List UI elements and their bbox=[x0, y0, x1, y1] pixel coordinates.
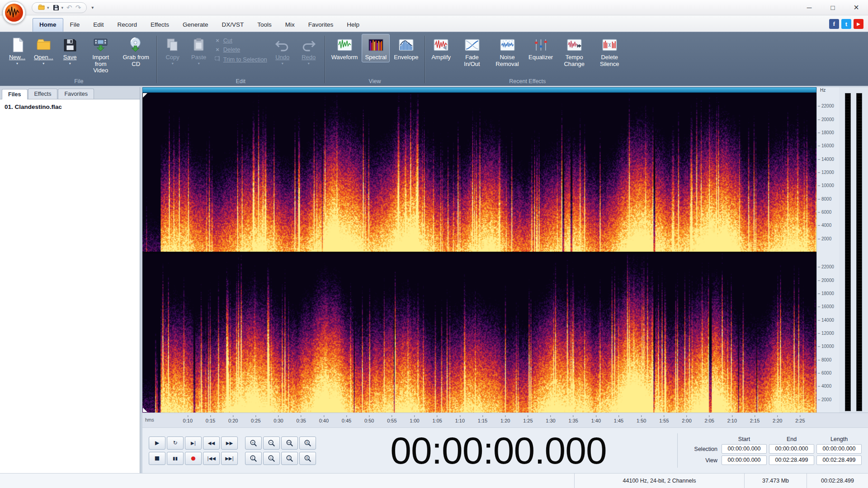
transport-row2: ■▮▮●|◀◀▶▶| bbox=[149, 452, 238, 465]
noise-removal-icon bbox=[499, 37, 516, 53]
right-channel bbox=[142, 253, 816, 413]
go-to-end-button[interactable]: ▶▶| bbox=[221, 452, 238, 465]
svg-text:100: 100 bbox=[287, 441, 291, 443]
play-button[interactable]: ▶ bbox=[149, 436, 165, 450]
twitter-icon[interactable]: t bbox=[841, 19, 851, 29]
go-to-start-button[interactable]: |◀◀ bbox=[203, 452, 220, 465]
tempo-change-button[interactable]: Tempo Change bbox=[557, 34, 591, 69]
menu-tab-tools[interactable]: Tools bbox=[250, 18, 278, 32]
undo-icon[interactable]: ↶ bbox=[66, 4, 72, 11]
quick-access-toolbar: ▾ ▾ ↶ ↷ bbox=[32, 2, 87, 13]
customize-toolbar-button[interactable]: ▾ bbox=[91, 5, 94, 10]
timeline-tick: 1:20 bbox=[500, 415, 510, 423]
undo-button[interactable]: Undo ▾ bbox=[270, 34, 295, 67]
zoom-vertical-in-button[interactable]: ⇕ bbox=[299, 436, 316, 450]
position-row-label-view: View bbox=[685, 457, 719, 464]
save-icon[interactable] bbox=[52, 4, 60, 11]
play-to-end-button[interactable]: ▶| bbox=[185, 436, 202, 450]
trim-to-selection-button[interactable]: Trim to Selection bbox=[212, 55, 269, 64]
zoom-full-button[interactable]: ∙ bbox=[263, 452, 280, 465]
minimize-button[interactable]: ─ bbox=[797, 0, 821, 15]
frequency-scale: 2200020000180001600014000120001000080006… bbox=[817, 93, 839, 252]
dropdown-arrow-icon: ▾ bbox=[282, 61, 283, 66]
selection-start-marker[interactable] bbox=[143, 93, 147, 98]
menu-tab-file[interactable]: File bbox=[63, 18, 87, 32]
ribbon-divider bbox=[425, 36, 425, 83]
view-end-value[interactable]: 00:02:28.499 bbox=[769, 455, 814, 465]
selection-length-value[interactable]: 00:00:00.000 bbox=[816, 444, 862, 454]
ribbon-group-label: Recent Effects bbox=[426, 78, 628, 84]
timeline-ruler[interactable]: hms 0:100:150:200:250:300:350:400:450:50… bbox=[142, 413, 868, 427]
pause-button[interactable]: ▮▮ bbox=[167, 452, 184, 465]
waveform-view-button[interactable]: Waveform bbox=[328, 34, 361, 62]
view-length-value[interactable]: 00:02:28.499 bbox=[816, 455, 862, 465]
spectral-view-button[interactable]: Spectral bbox=[362, 34, 390, 62]
sidebar-tab-effects[interactable]: Effects bbox=[28, 89, 58, 99]
envelope-view-button[interactable]: Envelope bbox=[391, 34, 421, 62]
close-button[interactable]: × bbox=[844, 0, 868, 15]
record-button[interactable]: ● bbox=[185, 452, 202, 465]
menu-tab-effects[interactable]: Effects bbox=[144, 18, 176, 32]
menu-tab-help[interactable]: Help bbox=[340, 18, 366, 32]
zoom-row2: [∙]⇕ bbox=[245, 452, 316, 465]
open-file-icon[interactable] bbox=[38, 4, 45, 11]
redo-button[interactable]: Redo ▾ bbox=[296, 34, 321, 67]
spectrogram-right-channel[interactable] bbox=[142, 253, 816, 413]
menu-tab-favorites[interactable]: Favorites bbox=[302, 18, 340, 32]
menu-tab-edit[interactable]: Edit bbox=[86, 18, 110, 32]
cut-button[interactable]: × Cut bbox=[212, 37, 269, 44]
youtube-icon[interactable]: ▶ bbox=[854, 19, 863, 29]
menu-tab-generate[interactable]: Generate bbox=[176, 18, 215, 32]
menu-tab-record[interactable]: Record bbox=[111, 18, 144, 32]
paste-button[interactable]: Paste ▾ bbox=[186, 34, 212, 67]
zoom-100-button[interactable]: 100 bbox=[281, 436, 298, 450]
copy-button[interactable]: Copy ▾ bbox=[160, 34, 185, 67]
grab-from-cd-button[interactable]: Grab from CD bbox=[119, 34, 153, 69]
zoom-vertical-out-button[interactable]: ⇕ bbox=[299, 452, 316, 465]
dropdown-arrow-icon: ▾ bbox=[172, 61, 174, 66]
import-from-video-button[interactable]: Import from Video bbox=[84, 34, 118, 75]
sidebar-tab-files[interactable]: Files bbox=[2, 89, 28, 99]
view-start-value[interactable]: 00:00:00.000 bbox=[722, 455, 767, 465]
redo-icon[interactable]: ↷ bbox=[75, 4, 81, 11]
maximize-button[interactable]: □ bbox=[821, 0, 844, 15]
zoom-in-button[interactable]: + bbox=[245, 436, 262, 450]
zoom-out-button[interactable]: − bbox=[263, 436, 280, 450]
zoom-selection-end-button[interactable]: ] bbox=[281, 452, 298, 465]
redo-arrow-icon bbox=[300, 37, 317, 53]
amplify-button[interactable]: Amplify bbox=[428, 34, 454, 62]
menu-tab-dx-vst[interactable]: DX/VST bbox=[215, 18, 250, 32]
selection-end-value[interactable]: 00:00:00.000 bbox=[769, 444, 814, 454]
timeline-tick: 2:25 bbox=[795, 415, 805, 423]
zoom-selection-start-button[interactable]: [ bbox=[245, 452, 262, 465]
sidebar-tab-favorites[interactable]: Favorites bbox=[58, 89, 94, 99]
horizontal-scrollbar[interactable] bbox=[142, 87, 816, 93]
timeline-tick: 1:05 bbox=[432, 415, 442, 423]
open-button[interactable]: Open... ▾ bbox=[31, 34, 57, 67]
file-list-item[interactable]: 01. Clandestino.flac bbox=[5, 103, 135, 111]
noise-removal-button[interactable]: Noise Removal bbox=[490, 34, 524, 69]
stop-button[interactable]: ■ bbox=[149, 452, 165, 465]
fast-forward-button[interactable]: ▶▶ bbox=[221, 436, 238, 450]
timeline-tick: 0:50 bbox=[364, 415, 374, 423]
loop-button[interactable]: ↻ bbox=[167, 436, 184, 450]
rewind-button[interactable]: ◀◀ bbox=[203, 436, 220, 450]
delete-button[interactable]: × Delete bbox=[212, 46, 269, 53]
menu-tab-mix[interactable]: Mix bbox=[278, 18, 302, 32]
facebook-icon[interactable]: f bbox=[829, 19, 839, 29]
delete-silence-button[interactable]: Delete Silence bbox=[592, 34, 627, 69]
timeline-tick: 0:10 bbox=[183, 415, 193, 423]
spectrogram-left-channel[interactable] bbox=[142, 93, 816, 252]
save-button[interactable]: Save ▾ bbox=[57, 34, 83, 67]
social-links: f t ▶ bbox=[829, 19, 863, 29]
open-folder-icon bbox=[35, 37, 52, 53]
new-button[interactable]: New... ▾ bbox=[5, 34, 30, 67]
menu-tab-home[interactable]: Home bbox=[33, 18, 63, 32]
svg-text:−: − bbox=[269, 440, 272, 444]
selection-start-value[interactable]: 00:00:00.000 bbox=[722, 444, 767, 454]
equalizer-button[interactable]: Equalizer bbox=[525, 34, 556, 62]
selection-end-marker[interactable] bbox=[143, 408, 147, 412]
open-dropdown-icon[interactable]: ▾ bbox=[47, 5, 49, 10]
save-dropdown-icon[interactable]: ▾ bbox=[61, 5, 64, 10]
fade-in-out-button[interactable]: Fade In/Out bbox=[455, 34, 489, 69]
